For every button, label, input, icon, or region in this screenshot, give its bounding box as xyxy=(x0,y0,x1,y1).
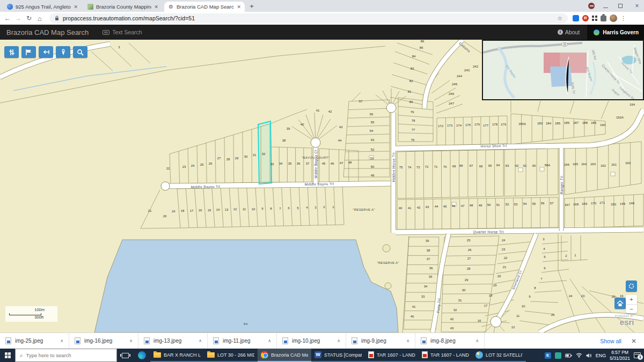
taskbar-app[interactable]: TAR 1607 - LAND C... xyxy=(365,349,419,362)
taskbar-app[interactable]: WSTATUS [Compatibi... xyxy=(311,349,365,362)
locate-icon xyxy=(628,283,635,290)
tab-close-icon[interactable]: ✕ xyxy=(237,4,241,10)
about-link[interactable]: i About xyxy=(558,29,580,35)
record-indicator-icon[interactable] xyxy=(588,3,595,9)
taskbar-app[interactable]: LOT 30 - 266 MIDDL... xyxy=(204,349,258,362)
download-item[interactable]: img-13.jpeg∧ xyxy=(138,333,208,349)
bookmark-extent-button[interactable] xyxy=(21,46,36,58)
taskbar-app-label: TAR 1607 - LAND C... xyxy=(377,352,415,358)
gear-favicon: ⚙ xyxy=(168,4,174,10)
tab-title: 925 Angus Trail, Angleton, TX 77 xyxy=(16,4,71,10)
chevron-up-icon[interactable]: ∧ xyxy=(337,338,340,343)
pan-tool-button[interactable] xyxy=(39,46,53,58)
arrow-left-icon xyxy=(42,49,50,55)
home-icon[interactable]: ⌂ xyxy=(34,14,45,23)
action-center-icon[interactable]: 1 xyxy=(634,352,641,358)
download-filename: img-16.jpeg xyxy=(84,338,126,344)
taskbar-app[interactable]: TAR 1607 - LAND C... xyxy=(419,349,472,362)
downloads-close-icon[interactable]: ✕ xyxy=(631,337,636,345)
wifi-icon[interactable] xyxy=(576,353,582,358)
extensions-puzzle-icon[interactable] xyxy=(601,16,606,21)
download-item[interactable]: img-10.jpeg∧ xyxy=(277,333,346,349)
map-canvas[interactable]: 2223242526272829303132333435363745464748… xyxy=(0,40,644,333)
browser-tab[interactable]: ⚙Brazoria CAD Map Search✕ xyxy=(164,2,245,12)
zoom-in-button[interactable]: + xyxy=(626,295,637,305)
new-tab-button[interactable]: + xyxy=(247,2,257,11)
bookmark-star-icon[interactable]: ☆ xyxy=(557,15,562,22)
window-maximize-button[interactable] xyxy=(618,4,626,8)
language-indicator[interactable]: ENG xyxy=(596,353,606,358)
image-file-icon xyxy=(144,337,150,344)
tab-close-icon[interactable]: ✕ xyxy=(74,4,78,10)
download-item[interactable]: img-25.jpeg∧ xyxy=(0,333,69,349)
tab-close-icon[interactable]: ✕ xyxy=(154,4,158,10)
taskbar-app[interactable]: Brazoria CAD Map ... xyxy=(258,349,311,362)
taskbar-app[interactable]: LOT 32 SATELLITE - ... xyxy=(472,349,526,362)
url-text: propaccess.trueautomation.com/mapSearch/… xyxy=(63,15,553,21)
chevron-up-icon[interactable]: ∧ xyxy=(129,338,133,343)
taskbar-app[interactable]: BAR X RANCH LISTI... xyxy=(150,349,204,362)
chevron-up-icon[interactable]: ∧ xyxy=(199,338,202,343)
windows-logo-icon xyxy=(5,352,11,358)
extension-blue-icon[interactable] xyxy=(573,15,579,21)
extension-r-icon[interactable]: R xyxy=(582,15,589,21)
window-minimize-button[interactable] xyxy=(603,4,611,8)
task-view-icon xyxy=(122,353,129,358)
location-pin-button[interactable] xyxy=(56,46,70,58)
search-icon xyxy=(77,49,84,56)
download-filename: img-8.jpeg xyxy=(430,338,472,344)
download-item[interactable]: img-16.jpeg∧ xyxy=(69,333,138,349)
chevron-up-icon[interactable]: ∧ xyxy=(60,338,63,343)
taskbar-edge-button[interactable] xyxy=(133,349,150,362)
chrome-icon xyxy=(261,351,268,359)
download-item[interactable]: img-9.jpeg∧ xyxy=(346,333,415,349)
folder-icon xyxy=(207,352,215,358)
download-item[interactable]: img-8.jpeg∧ xyxy=(415,333,485,349)
sliders-icon xyxy=(8,49,16,56)
tray-e-icon[interactable]: E xyxy=(545,352,551,359)
locate-button[interactable] xyxy=(626,280,637,292)
highlighted-parcel-32[interactable] xyxy=(258,121,272,184)
taskbar-search[interactable]: ⌕ xyxy=(15,349,117,362)
text-search-link[interactable]: Text Search xyxy=(103,29,142,35)
browser-menu-icon[interactable]: ⋮ xyxy=(620,15,626,22)
folder-icon xyxy=(153,352,161,358)
back-icon[interactable]: ← xyxy=(2,14,13,22)
tray-date: 5/31/2021 xyxy=(610,356,630,361)
browser-tab[interactable]: 925 Angus Trail, Angleton, TX 77✕ xyxy=(3,2,82,12)
battery-icon[interactable] xyxy=(565,353,572,358)
window-close-button[interactable]: × xyxy=(633,2,641,10)
zoom-out-button[interactable]: − xyxy=(626,305,637,314)
windows-taskbar: ⌕ BAR X RANCH LISTI...LOT 30 - 266 MIDDL… xyxy=(0,349,644,362)
word-icon: W xyxy=(314,351,321,358)
taskbar-apps: BAR X RANCH LISTI...LOT 30 - 266 MIDDL..… xyxy=(150,349,526,362)
reload-icon[interactable]: ↻ xyxy=(24,14,34,22)
taskbar-clock[interactable]: 6:57 PM 5/31/2021 xyxy=(610,350,630,361)
search-button[interactable] xyxy=(73,46,87,58)
brand-block: Harris Govern xyxy=(587,25,644,40)
layers-button[interactable] xyxy=(4,46,19,58)
tray-teal-icon[interactable] xyxy=(555,352,561,359)
chevron-up-icon[interactable]: ∧ xyxy=(406,338,409,343)
image-file-icon xyxy=(282,337,288,344)
taskbar-search-input[interactable] xyxy=(26,352,112,358)
blue-favicon xyxy=(7,4,13,10)
extension-grid-icon[interactable] xyxy=(592,16,597,21)
profile-avatar[interactable] xyxy=(610,14,617,22)
browser-tab[interactable]: Brazoria County Mapping - Braz✕ xyxy=(84,2,162,12)
chevron-up-icon[interactable]: ∧ xyxy=(268,338,271,343)
browser-address-bar: ← → ↻ ⌂ propaccess.trueautomation.com/ma… xyxy=(0,12,644,25)
omnibox[interactable]: propaccess.trueautomation.com/mapSearch/… xyxy=(49,13,568,23)
volume-icon[interactable] xyxy=(586,353,592,358)
overview-inset-map[interactable]: Dry BayouMill RdMid BayouQuarter Horse T… xyxy=(482,40,644,100)
forward-icon[interactable]: → xyxy=(13,14,24,22)
task-view-button[interactable] xyxy=(117,349,133,362)
download-item[interactable]: img-11.jpeg∧ xyxy=(208,333,277,349)
start-button[interactable] xyxy=(0,349,15,362)
home-extent-button[interactable] xyxy=(614,298,626,309)
inset-basemap xyxy=(483,41,643,99)
text-search-label: Text Search xyxy=(112,29,142,35)
show-all-downloads-button[interactable]: Show all xyxy=(600,338,621,344)
chevron-up-icon[interactable]: ∧ xyxy=(475,338,479,343)
scale-imperial: 300ft xyxy=(34,315,43,320)
